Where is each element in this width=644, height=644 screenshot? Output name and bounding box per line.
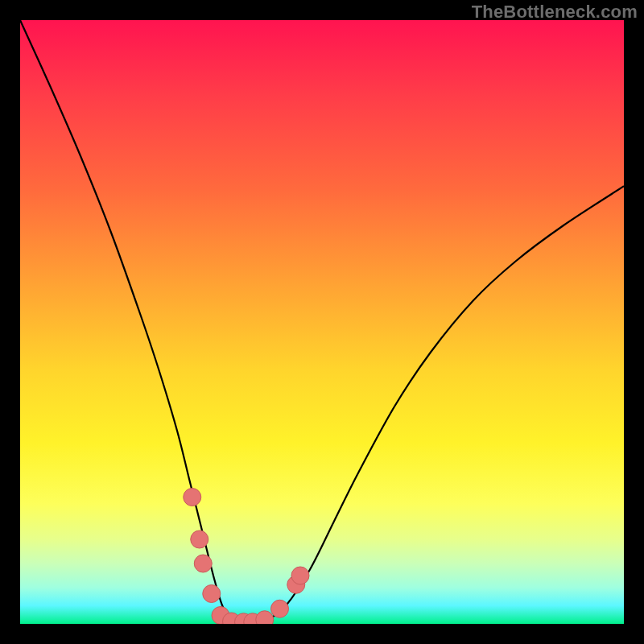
plot-area [20, 20, 624, 624]
data-marker [194, 555, 212, 572]
data-marker [271, 600, 289, 617]
data-marker [191, 530, 208, 548]
watermark-text: TheBottleneck.com [472, 2, 638, 23]
data-marker [203, 585, 221, 603]
chart-frame: TheBottleneck.com [0, 0, 644, 644]
data-marker [256, 611, 274, 624]
data-marker [184, 489, 201, 506]
bottleneck-chart [20, 20, 624, 624]
bottleneck-curve [20, 20, 624, 622]
data-markers [184, 489, 309, 625]
data-marker [291, 567, 309, 584]
